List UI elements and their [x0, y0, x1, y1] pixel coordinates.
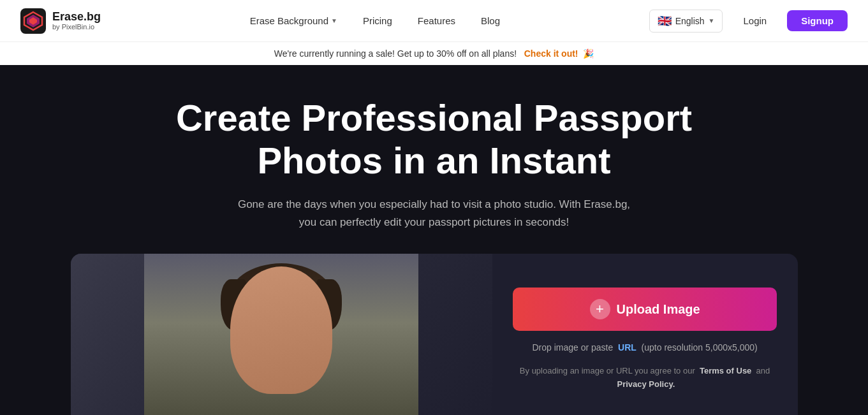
sale-emoji: 🎉 [583, 48, 594, 59]
upload-plus-icon: + [590, 299, 610, 319]
hero-subtitle: Gone are the days when you especially ha… [230, 196, 638, 230]
upload-resolution-text: (upto resolution 5,000x5,000) [642, 342, 758, 353]
nav-pricing[interactable]: Pricing [353, 10, 402, 31]
chevron-down-icon: ▼ [331, 17, 337, 24]
language-selector[interactable]: 🇬🇧 English ▼ [649, 10, 723, 33]
logo-title: Erase.bg [52, 11, 101, 24]
demo-card: + Upload Image Drop image or paste URL (… [71, 254, 798, 415]
lang-chevron-icon: ▼ [709, 17, 715, 24]
signup-button[interactable]: Signup [787, 10, 848, 31]
sale-banner: We're currently running a sale! Get up t… [0, 41, 868, 65]
nav-erase-background[interactable]: Erase Background ▼ [240, 10, 348, 31]
navbar: Erase.bg by PixelBin.io Erase Background… [0, 0, 868, 41]
logo-area: Erase.bg by PixelBin.io [20, 8, 101, 34]
upload-url-link[interactable]: URL [618, 342, 636, 353]
demo-upload-side: + Upload Image Drop image or paste URL (… [492, 254, 798, 415]
hero-section: Create Professional Passport Photos in a… [0, 65, 868, 415]
logo-subtitle: by PixelBin.io [52, 23, 101, 31]
upload-button-label: Upload Image [617, 302, 700, 317]
sale-cta-text: Check it out! [524, 48, 578, 59]
person-silhouette [144, 254, 418, 415]
nav-blog[interactable]: Blog [471, 10, 510, 31]
logo-text: Erase.bg by PixelBin.io [52, 11, 101, 31]
login-button[interactable]: Login [730, 10, 779, 31]
logo-icon [20, 8, 46, 34]
privacy-policy-link[interactable]: Privacy Policy. [617, 379, 675, 389]
upload-image-button[interactable]: + Upload Image [513, 288, 777, 331]
terms-of-use-link[interactable]: Terms of Use [700, 366, 751, 375]
flag-icon: 🇬🇧 [658, 14, 672, 28]
nav-features[interactable]: Features [408, 10, 466, 31]
terms-prefix: By uploading an image or URL you agree t… [520, 366, 695, 375]
demo-image-placeholder [71, 254, 492, 415]
upload-hint-text: Drop image or paste [532, 342, 613, 353]
hero-title: Create Professional Passport Photos in a… [147, 97, 721, 182]
sale-cta-link[interactable]: Check it out! [524, 48, 581, 59]
upload-terms: By uploading an image or URL you agree t… [513, 365, 777, 391]
person-head [230, 266, 332, 394]
nav-right: 🇬🇧 English ▼ Login Signup [649, 10, 848, 33]
upload-hint: Drop image or paste URL (upto resolution… [513, 341, 777, 354]
language-label: English [675, 16, 705, 26]
demo-image-side [71, 254, 492, 415]
terms-and-text: and [756, 366, 770, 375]
sale-text: We're currently running a sale! Get up t… [274, 48, 517, 59]
nav-center: Erase Background ▼ Pricing Features Blog [240, 10, 510, 31]
